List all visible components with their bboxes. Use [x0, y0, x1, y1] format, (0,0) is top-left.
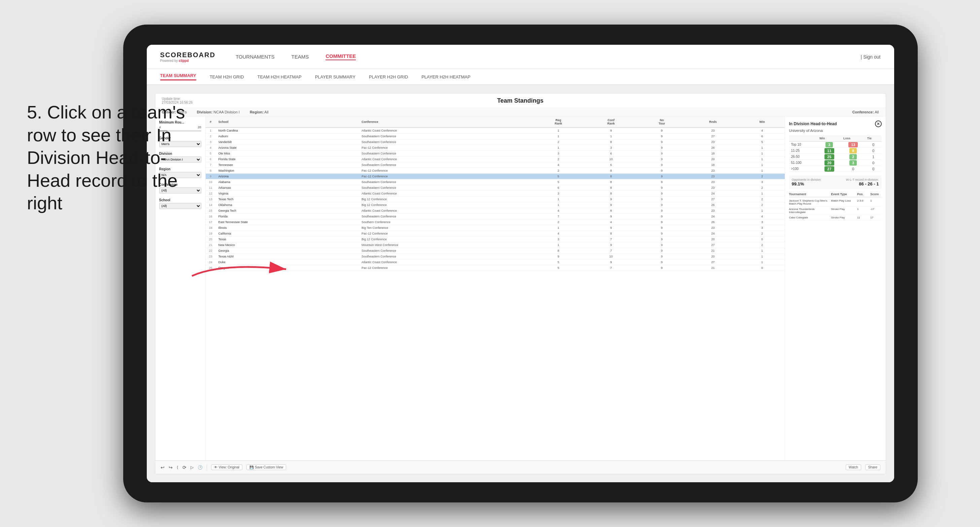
toolbar-view-original[interactable]: 👁 View: Original — [211, 464, 243, 470]
row-rnds: 27 — [686, 133, 740, 139]
row-conf-rank: 9 — [585, 202, 637, 208]
row-win: 2 — [740, 242, 784, 248]
subnav-team-summary[interactable]: TEAM SUMMARY — [160, 73, 196, 81]
row-school: Ole Miss — [216, 151, 359, 157]
h2h-close-btn[interactable]: ✕ — [875, 121, 882, 127]
table-row[interactable]: 2 Auburn Southeastern Conference 1 1 9 2… — [206, 133, 785, 139]
table-row[interactable]: 1 North Carolina Atlantic Coast Conferen… — [206, 127, 785, 133]
row-reg-rank: 2 — [532, 168, 584, 174]
row-conference: Southeastern Conference — [359, 179, 532, 185]
h2h-header-row: In Division Head-to-Head ✕ — [789, 121, 882, 127]
h2h-grid-table: Win Loss Tie Top 10 3 13 0 11-25 11 8 — [789, 135, 882, 172]
row-no-tour: 9 — [637, 162, 686, 168]
nav-committee[interactable]: COMMITTEE — [326, 53, 356, 60]
toolbar-refresh[interactable]: ⟳ — [183, 465, 186, 470]
row-conference: Big 12 Conference — [359, 197, 532, 202]
table-row[interactable]: 22 Georgia Southeastern Conference 8 7 9… — [206, 248, 785, 254]
h2h-team-name: University of Arizona — [789, 129, 882, 133]
subnav-player-summary[interactable]: PLAYER SUMMARY — [315, 75, 355, 79]
row-school: California — [216, 231, 359, 237]
h2h-tie-val: 1 — [865, 154, 882, 160]
toolbar-clock[interactable]: 🕐 — [197, 465, 203, 470]
subnav-player-h2h-grid[interactable]: PLAYER H2H GRID — [369, 75, 408, 79]
row-conf-rank: 8 — [585, 168, 637, 174]
row-reg-rank: 8 — [532, 248, 584, 254]
h2h-opponents-label: Opponents in division: — [792, 178, 822, 181]
row-win: 3 — [740, 225, 784, 231]
row-conference: Pac-12 Conference — [359, 168, 532, 174]
h2h-col-win: Win — [818, 135, 841, 142]
row-num: 8 — [206, 168, 216, 174]
nav-teams[interactable]: TEAMS — [291, 54, 309, 60]
row-conference: Southeastern Conference — [359, 214, 532, 219]
row-win: 4 — [740, 127, 784, 133]
row-rnds: 23 — [686, 225, 740, 231]
view-label: View: Original — [219, 465, 240, 469]
row-conf-rank: 9 — [585, 242, 637, 248]
table-row[interactable]: 10 Alabama Southeastern Conference 5 8 9… — [206, 179, 785, 185]
table-row[interactable]: 20 Texas Big 12 Conference 3 7 9 20 0 — [206, 237, 785, 242]
subnav-team-h2h-heatmap[interactable]: TEAM H2H HEATMAP — [257, 75, 301, 79]
table-row[interactable]: 19 California Pac-12 Conference 4 8 9 24… — [206, 231, 785, 237]
tourney-score: 17 — [870, 216, 881, 219]
toolbar-play[interactable]: ▷ — [191, 465, 194, 470]
row-reg-rank: 2 — [532, 157, 584, 162]
toolbar-undo[interactable]: ↩ — [161, 465, 165, 470]
table-row[interactable]: 13 Texas Tech Big 12 Conference 1 9 9 27… — [206, 197, 785, 202]
row-conference: Southeastern Conference — [359, 185, 532, 191]
table-row[interactable]: 4 Arizona State Pac-12 Conference 1 3 9 … — [206, 145, 785, 151]
toolbar-redo[interactable]: ↪ — [169, 465, 173, 470]
table-row[interactable]: 14 Oklahoma Big 12 Conference 1 9 9 26 2 — [206, 202, 785, 208]
h2h-win-val: 3 — [818, 142, 841, 148]
toolbar-right: Watch Share — [846, 464, 880, 470]
subnav-team-h2h-grid[interactable]: TEAM H2H GRID — [210, 75, 244, 79]
tourney-pos: 2-3-0 — [857, 199, 868, 205]
tourney-col-name: Tournament — [789, 192, 829, 196]
row-school: East Tennessee State — [216, 219, 359, 225]
table-row[interactable]: 16 Florida Southeastern Conference 7 9 9… — [206, 214, 785, 219]
table-row[interactable]: 12 Virginia Atlantic Coast Conference 3 … — [206, 191, 785, 197]
dash-title: Team Standings — [202, 97, 838, 104]
toolbar-step-back[interactable]: ⟨ — [177, 465, 178, 470]
row-reg-rank: 7 — [532, 214, 584, 219]
table-row[interactable]: 6 Florida State Atlantic Coast Conferenc… — [206, 157, 785, 162]
sign-out-link[interactable]: | Sign out — [861, 54, 881, 60]
nav-tournaments[interactable]: TOURNAMENTS — [235, 54, 275, 60]
row-rnds: 23 — [686, 174, 740, 179]
toolbar-share[interactable]: Share — [865, 464, 880, 470]
row-num: 16 — [206, 214, 216, 219]
row-rnds: 20 — [686, 157, 740, 162]
tourney-name: Arizona Thunderbirds Intercollegiate — [789, 208, 829, 214]
tournament-row: Arizona Thunderbirds Intercollegiate Str… — [789, 206, 882, 215]
table-row[interactable]: 21 New Mexico Mountain West Conference 1… — [206, 242, 785, 248]
save-label: Save Custom View — [255, 465, 283, 469]
toolbar-watch[interactable]: Watch — [846, 464, 861, 470]
toolbar-save-custom[interactable]: 💾 Save Custom View — [247, 464, 286, 470]
row-no-tour: 9 — [637, 145, 686, 151]
logo-text: SCOREBOARD — [160, 51, 215, 59]
h2h-stats-row: Opponents in division: 99.1% W-L-T recor… — [789, 175, 882, 189]
subnav-player-h2h-heatmap[interactable]: PLAYER H2H HEATMAP — [422, 75, 470, 79]
h2h-opponents-stat: Opponents in division: 99.1% — [792, 178, 822, 186]
table-row[interactable]: 3 Vanderbilt Southeastern Conference 2 8… — [206, 139, 785, 145]
bottom-toolbar: ↩ ↪ ⟨ ⟳ ▷ 🕐 👁 View: Original 💾 — [155, 460, 886, 474]
row-conference: Big Ten Conference — [359, 225, 532, 231]
row-conf-rank: 8 — [585, 185, 637, 191]
table-row[interactable]: 9 Arizona Pac-12 Conference 5 8 9 23 2 — [206, 174, 785, 179]
row-no-tour: 9 — [637, 133, 686, 139]
table-row[interactable]: 11 Arkansas Southeastern Conference 6 8 … — [206, 185, 785, 191]
filter-division: Division: NCAA Division I — [197, 110, 240, 114]
h2h-loss-val: 3 — [841, 160, 865, 166]
table-row[interactable]: 5 Ole Miss Southeastern Conference 3 6 9… — [206, 151, 785, 157]
h2h-row: >100 27 0 0 — [789, 166, 882, 172]
row-conference: Pac-12 Conference — [359, 265, 532, 271]
row-conf-rank: 9 — [585, 214, 637, 219]
table-row[interactable]: 8 Washington Pac-12 Conference 2 8 9 23 … — [206, 168, 785, 174]
table-row[interactable]: 7 Tennessee Southeastern Conference 4 6 … — [206, 162, 785, 168]
filter-region: Region: All — [250, 110, 269, 114]
table-row[interactable]: 15 Georgia Tech Atlantic Coast Conferenc… — [206, 208, 785, 214]
row-num: 9 — [206, 174, 216, 179]
table-row[interactable]: 17 East Tennessee State Southern Confere… — [206, 219, 785, 225]
table-row[interactable]: 18 Illinois Big Ten Conference 1 9 9 23 … — [206, 225, 785, 231]
h2h-tie-val: 0 — [865, 148, 882, 154]
